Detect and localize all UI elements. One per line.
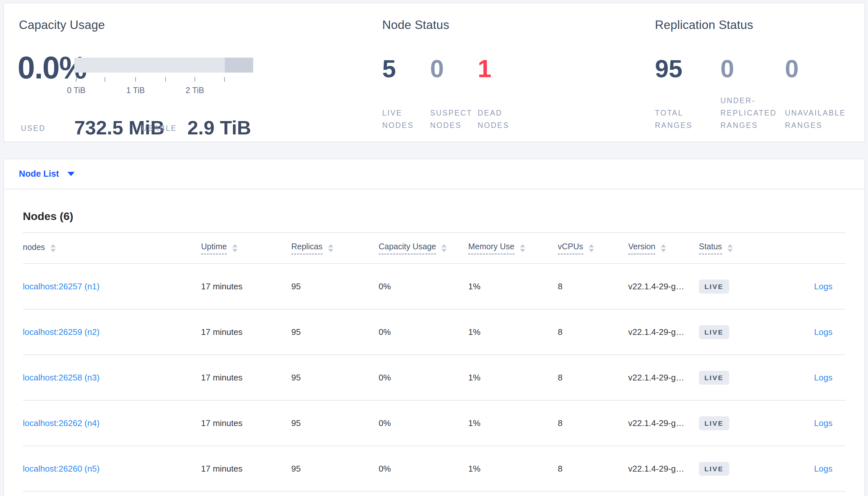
under-replicated-ranges-stat: 0 UNDER-REPLICATED RANGES xyxy=(720,56,734,135)
version-cell: v22.1.4-29-g… xyxy=(628,327,699,337)
node-link[interactable]: localhost:26258 (n3) xyxy=(23,373,100,383)
nodes-table: nodes Uptime Replicas Capacity Usage Mem… xyxy=(23,232,845,492)
table-row: localhost:26257 (n1) 17 minutes 95 0% 1%… xyxy=(23,264,845,310)
node-link[interactable]: localhost:26262 (n4) xyxy=(23,418,100,428)
sort-icon[interactable] xyxy=(661,244,666,252)
version-cell: v22.1.4-29-g… xyxy=(628,418,699,428)
usable-label: USABLE xyxy=(141,124,177,133)
total-ranges-stat: 95 TOTAL RANGES xyxy=(655,56,683,135)
status-badge: LIVE xyxy=(699,416,729,430)
node-link[interactable]: localhost:26260 (n5) xyxy=(23,464,100,474)
nodes-section-title: Nodes (6) xyxy=(23,210,864,222)
under-replicated-ranges-count: 0 xyxy=(720,56,734,81)
node-link[interactable]: localhost:26257 (n1) xyxy=(23,281,100,291)
sort-icon[interactable] xyxy=(589,244,594,252)
table-header-row: nodes Uptime Replicas Capacity Usage Mem… xyxy=(23,232,845,264)
version-cell: v22.1.4-29-g… xyxy=(628,464,699,474)
chevron-down-icon xyxy=(68,172,75,176)
table-row: localhost:26259 (n2) 17 minutes 95 0% 1%… xyxy=(23,310,845,355)
replicas-cell: 95 xyxy=(291,464,379,474)
memory-use-cell: 1% xyxy=(468,464,558,474)
column-header-status[interactable]: Status xyxy=(699,242,795,254)
table-row: localhost:26260 (n5) 17 minutes 95 0% 1%… xyxy=(23,446,845,492)
sort-icon[interactable] xyxy=(728,244,733,252)
dead-nodes-stat: 1 DEAD NODES xyxy=(478,56,491,135)
live-nodes-stat: 5 LIVE NODES xyxy=(382,56,396,135)
replication-status-title: Replication Status xyxy=(655,18,753,32)
column-header-nodes[interactable]: nodes xyxy=(23,243,201,254)
capacity-usage-cell: 0% xyxy=(379,418,468,428)
vcpus-cell: 8 xyxy=(558,281,628,292)
column-header-replicas[interactable]: Replicas xyxy=(291,242,379,254)
axis-tick xyxy=(224,77,225,82)
memory-use-cell: 1% xyxy=(468,373,558,383)
live-nodes-label: LIVE NODES xyxy=(382,107,426,131)
uptime-cell: 17 minutes xyxy=(201,281,291,292)
table-row: localhost:26258 (n3) 17 minutes 95 0% 1%… xyxy=(23,355,845,401)
sort-icon[interactable] xyxy=(520,244,525,252)
replicas-cell: 95 xyxy=(291,281,379,292)
node-list-panel: Node List Nodes (6) nodes Uptime Replica… xyxy=(3,158,865,496)
unavailable-ranges-stat: 0 UNAVAILABLE RANGES xyxy=(785,56,798,135)
memory-use-cell: 1% xyxy=(468,281,558,292)
status-badge: LIVE xyxy=(699,462,729,476)
status-badge: LIVE xyxy=(699,325,729,339)
sort-icon[interactable] xyxy=(232,244,238,252)
capacity-usage-cell: 0% xyxy=(379,373,468,383)
column-header-memory-use[interactable]: Memory Use xyxy=(468,242,558,254)
capacity-usage-cell: 0% xyxy=(379,281,468,292)
suspect-nodes-label: SUSPECT NODES xyxy=(430,107,474,131)
version-cell: v22.1.4-29-g… xyxy=(628,281,699,292)
column-header-vcpus[interactable]: vCPUs xyxy=(558,242,628,254)
axis-tick xyxy=(105,77,105,82)
vcpus-cell: 8 xyxy=(558,327,628,337)
logs-link[interactable]: Logs xyxy=(814,281,833,291)
axis-tick xyxy=(165,77,166,82)
sort-icon[interactable] xyxy=(50,244,56,252)
axis-tick-label: 1 TiB xyxy=(126,86,145,95)
column-header-uptime[interactable]: Uptime xyxy=(201,242,291,254)
vcpus-cell: 8 xyxy=(558,373,628,383)
under-replicated-ranges-label: UNDER-REPLICATED RANGES xyxy=(720,94,781,131)
node-link[interactable]: localhost:26259 (n2) xyxy=(23,327,100,337)
suspect-nodes-stat: 0 SUSPECT NODES xyxy=(430,56,444,135)
memory-use-cell: 1% xyxy=(468,327,558,337)
uptime-cell: 17 minutes xyxy=(201,418,291,428)
memory-use-cell: 1% xyxy=(468,418,558,428)
logs-link[interactable]: Logs xyxy=(814,418,833,428)
capacity-usage-bar: 0 TiB 1 TiB 2 TiB xyxy=(74,58,253,73)
dead-nodes-count: 1 xyxy=(478,56,491,81)
node-list-dropdown[interactable]: Node List xyxy=(4,159,864,189)
replicas-cell: 95 xyxy=(291,327,379,337)
capacity-usage-title: Capacity Usage xyxy=(19,18,105,32)
sort-icon[interactable] xyxy=(442,244,447,252)
capacity-usage-cell: 0% xyxy=(379,327,468,337)
suspect-nodes-count: 0 xyxy=(430,56,444,81)
node-status-title: Node Status xyxy=(382,18,449,32)
column-header-version[interactable]: Version xyxy=(628,242,699,254)
live-nodes-count: 5 xyxy=(382,56,396,81)
usable-value: 2.9 TiB xyxy=(188,118,251,138)
logs-link[interactable]: Logs xyxy=(814,464,833,474)
total-ranges-count: 95 xyxy=(655,56,683,81)
axis-tick xyxy=(135,77,136,82)
capacity-usage-cell: 0% xyxy=(379,464,468,474)
dead-nodes-label: DEAD NODES xyxy=(478,107,522,131)
axis-tick xyxy=(195,77,195,82)
column-header-capacity-usage[interactable]: Capacity Usage xyxy=(379,242,468,254)
uptime-cell: 17 minutes xyxy=(201,464,291,474)
logs-link[interactable]: Logs xyxy=(814,327,833,337)
unavailable-ranges-label: UNAVAILABLE RANGES xyxy=(785,107,853,131)
vcpus-cell: 8 xyxy=(558,418,628,428)
unavailable-ranges-count: 0 xyxy=(785,56,798,81)
sort-icon[interactable] xyxy=(328,244,333,252)
node-list-dropdown-label[interactable]: Node List xyxy=(19,169,59,179)
uptime-cell: 17 minutes xyxy=(201,373,291,383)
uptime-cell: 17 minutes xyxy=(201,327,291,337)
axis-tick-label: 0 TiB xyxy=(67,86,86,95)
axis-tick-label: 2 TiB xyxy=(186,86,204,95)
logs-link[interactable]: Logs xyxy=(814,373,833,383)
total-ranges-label: TOTAL RANGES xyxy=(655,107,704,131)
axis-tick xyxy=(76,77,77,82)
replicas-cell: 95 xyxy=(291,418,379,428)
